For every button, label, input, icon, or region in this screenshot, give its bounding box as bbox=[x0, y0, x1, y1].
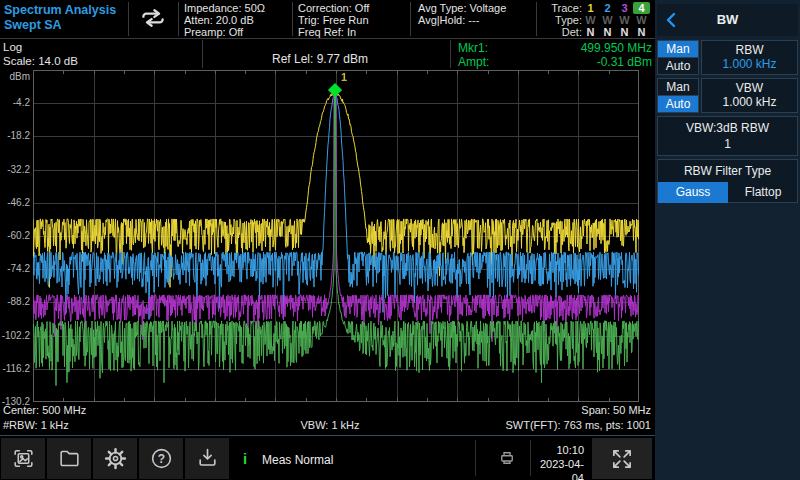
help-button[interactable]: ? bbox=[139, 438, 183, 479]
bw-menu-header: BW bbox=[657, 4, 798, 36]
settings-button[interactable] bbox=[93, 438, 137, 479]
trace-status-value: W bbox=[582, 14, 599, 26]
filter-gauss-button[interactable]: Gauss bbox=[658, 182, 728, 203]
trace-status-block: Trace:1234Type:WWWWDet:NNNN bbox=[540, 2, 652, 38]
rbw-label: RBW bbox=[702, 43, 797, 57]
marker1-ampt-value: -0.31 dBm bbox=[472, 55, 652, 69]
avg-hold-field: Avg|Hold: --- bbox=[418, 14, 506, 26]
trace-status-row: Type:WWWW bbox=[540, 14, 652, 26]
header-status-col2: Correction: Off Trig: Free Run Freq Ref:… bbox=[298, 2, 369, 38]
vbw-rbw-ratio-value: 1 bbox=[658, 137, 797, 151]
marker1-flag-label: 1 bbox=[341, 71, 347, 83]
trace-status-row: Det:NNNN bbox=[540, 26, 652, 38]
fullscreen-button[interactable] bbox=[592, 438, 652, 479]
divider bbox=[202, 40, 203, 68]
vbw-rbw-ratio-cell[interactable]: VBW:3dB RBW 1 bbox=[657, 116, 798, 156]
marker1-freq-value: 499.950 MHz bbox=[472, 41, 652, 55]
trace-status-row-label: Trace: bbox=[540, 2, 582, 14]
trace-status-row-label: Det: bbox=[540, 26, 582, 38]
vbw-value: 1.000 kHz bbox=[702, 95, 797, 109]
trace-status-row: Trace:1234 bbox=[540, 2, 652, 14]
y-axis-tick-label: -32.2 bbox=[0, 164, 30, 175]
scale-per-div-label: Scale: 14.0 dB bbox=[3, 55, 78, 67]
rbw-readout: #RBW: 1 kHz bbox=[3, 419, 69, 431]
vbw-man-button[interactable]: Man bbox=[657, 78, 699, 96]
trace-status-value: W bbox=[599, 14, 616, 26]
clock-display: 10:10 2023-04-04 bbox=[532, 443, 584, 480]
info-icon: i bbox=[243, 450, 247, 467]
y-axis-tick-label: -88.2 bbox=[0, 296, 30, 307]
divider bbox=[475, 440, 476, 476]
rbw-auto-button[interactable]: Auto bbox=[657, 57, 699, 75]
save-button[interactable] bbox=[185, 438, 229, 479]
rbw-filter-type-cell: RBW Filter Type Gauss Flattop bbox=[657, 159, 798, 203]
freq-ref-field: Freq Ref: In bbox=[298, 26, 369, 38]
y-axis-tick-label: -74.2 bbox=[0, 263, 30, 274]
app-title-line2: Swept SA bbox=[4, 18, 116, 33]
spectrum-display[interactable] bbox=[33, 70, 639, 402]
span-readout: Span: 50 MHz bbox=[450, 404, 651, 416]
trace-status-row-label: Type: bbox=[540, 14, 582, 26]
y-axis-tick-label: -46.2 bbox=[0, 197, 30, 208]
rbw-value-cell[interactable]: RBW 1.000 kHz bbox=[701, 40, 798, 75]
toolbar-divider bbox=[0, 435, 655, 436]
chevron-left-icon bbox=[665, 11, 677, 29]
screenshot-button[interactable] bbox=[1, 438, 45, 479]
trace-status-value: N bbox=[582, 26, 599, 38]
filter-flattop-button[interactable]: Flattop bbox=[728, 182, 798, 203]
divider bbox=[0, 38, 655, 39]
log-scale-label: Log bbox=[3, 41, 22, 53]
meas-status-text: Meas Normal bbox=[262, 453, 333, 467]
folder-icon bbox=[57, 446, 82, 471]
y-axis-tick-label: -18.2 bbox=[0, 130, 30, 141]
printer-icon bbox=[498, 449, 516, 467]
divider bbox=[530, 440, 531, 476]
trig-field: Trig: Free Run bbox=[298, 14, 369, 26]
divider bbox=[536, 2, 537, 36]
clock-date: 2023-04-04 bbox=[532, 457, 584, 480]
vbw-rbw-ratio-label: VBW:3dB RBW bbox=[658, 121, 797, 135]
menu-back-button[interactable] bbox=[665, 11, 677, 29]
atten-field: Atten: 20.0 dB bbox=[184, 14, 265, 26]
gear-icon bbox=[103, 446, 128, 471]
avg-type-field: Avg Type: Voltage bbox=[418, 2, 506, 14]
center-freq-readout: Center: 500 MHz bbox=[3, 404, 86, 416]
divider bbox=[178, 2, 179, 36]
trace-select-4[interactable]: 4 bbox=[633, 2, 650, 14]
impedance-field: Impedance: 50Ω bbox=[184, 2, 265, 14]
clock-time: 10:10 bbox=[532, 443, 584, 457]
divider bbox=[128, 2, 129, 36]
trace-status-value: W bbox=[633, 14, 650, 26]
screenshot-icon bbox=[11, 446, 36, 471]
continuous-sweep-button[interactable] bbox=[136, 7, 172, 31]
trace-status-value: N bbox=[633, 26, 650, 38]
header-status-col1: Impedance: 50Ω Atten: 20.0 dB Preamp: Of… bbox=[184, 2, 265, 38]
divider bbox=[450, 40, 451, 68]
trace-status-value: N bbox=[616, 26, 633, 38]
vbw-label: VBW bbox=[702, 81, 797, 95]
menu-title: BW bbox=[657, 4, 798, 36]
trace-select-3[interactable]: 3 bbox=[616, 2, 633, 14]
preamp-field: Preamp: Off bbox=[184, 26, 265, 38]
rbw-man-button[interactable]: Man bbox=[657, 40, 699, 58]
svg-text:?: ? bbox=[157, 452, 164, 466]
file-manager-button[interactable] bbox=[47, 438, 91, 479]
y-axis-tick-label: -116.2 bbox=[0, 363, 30, 374]
trace-select-2[interactable]: 2 bbox=[599, 2, 616, 14]
y-axis-tick-label: -60.2 bbox=[0, 230, 30, 241]
trace-select-1[interactable]: 1 bbox=[582, 2, 599, 14]
vbw-auto-button[interactable]: Auto bbox=[657, 95, 699, 113]
divider bbox=[410, 2, 411, 36]
trace-status-value: W bbox=[616, 14, 633, 26]
save-download-icon bbox=[195, 446, 220, 471]
sweep-loop-icon bbox=[136, 7, 170, 29]
divider bbox=[292, 2, 293, 36]
vbw-value-cell[interactable]: VBW 1.000 kHz bbox=[701, 78, 798, 113]
trace-status-value: N bbox=[599, 26, 616, 38]
help-icon: ? bbox=[149, 446, 174, 471]
printer-status-icon bbox=[498, 449, 516, 467]
bw-menu-panel: BW Man Auto RBW 1.000 kHz Man Auto VBW 1… bbox=[655, 0, 800, 480]
expand-arrows-icon bbox=[609, 446, 635, 472]
app-title-line1: Spectrum Analysis bbox=[4, 3, 116, 18]
header-status-col3: Avg Type: Voltage Avg|Hold: --- bbox=[418, 2, 506, 26]
